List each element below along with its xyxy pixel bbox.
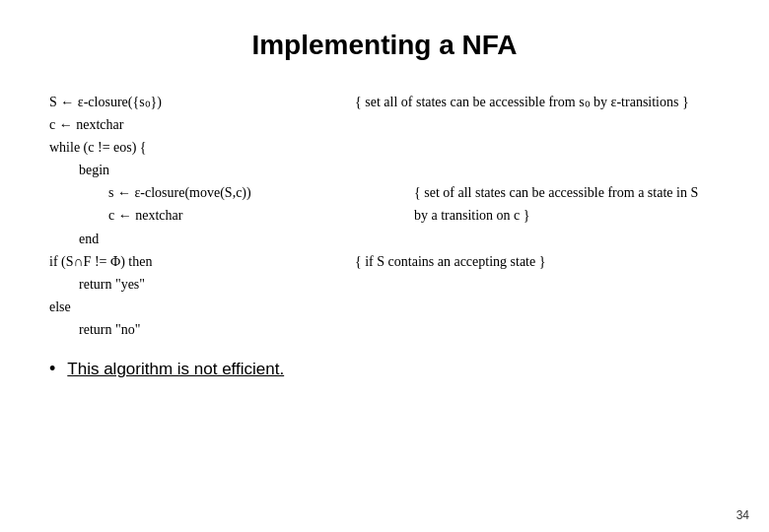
code-block: S ← ε-closure({s₀}) { set all of states …	[49, 91, 720, 341]
code-line-8-left: if (S∩F != Φ) then	[49, 250, 355, 273]
code-line-10: else	[49, 296, 720, 318]
code-line-9-left: return "yes"	[79, 273, 384, 296]
code-line-6-right: by a transition on c }	[414, 204, 530, 227]
code-line-9: return "yes"	[49, 273, 720, 296]
code-line-1-right: { set all of states can be accessible fr…	[355, 91, 689, 113]
code-line-11: return "no"	[49, 318, 720, 341]
code-line-1-left: S ← ε-closure({s₀})	[49, 91, 355, 113]
code-line-3-left: while (c != eos) {	[49, 136, 355, 159]
code-line-5-right: { set of all states can be accessible fr…	[414, 181, 698, 204]
code-line-8: if (S∩F != Φ) then { if S contains an ac…	[49, 250, 720, 273]
bullet-section: • This algorithm is not efficient.	[49, 359, 720, 379]
page-number: 34	[736, 508, 749, 522]
code-line-7-left: end	[79, 228, 384, 250]
code-line-4: begin	[49, 159, 720, 181]
code-line-7: end	[49, 228, 720, 250]
code-line-11-left: return "no"	[79, 318, 384, 341]
bullet-icon: •	[49, 359, 55, 379]
code-line-8-right: { if S contains an accepting state }	[355, 250, 545, 273]
slide-title: Implementing a NFA	[49, 30, 720, 61]
slide: Implementing a NFA S ← ε-closure({s₀}) {…	[0, 0, 769, 532]
code-line-6: c ← nextchar by a transition on c }	[49, 204, 720, 227]
bullet-text: This algorithm is not efficient.	[67, 360, 284, 379]
code-line-1: S ← ε-closure({s₀}) { set all of states …	[49, 91, 720, 113]
code-line-5: s ← ε-closure(move(S,c)) { set of all st…	[49, 181, 720, 204]
code-line-5-left: s ← ε-closure(move(S,c))	[108, 181, 414, 204]
code-line-2: c ← nextchar	[49, 113, 720, 136]
code-line-10-left: else	[49, 296, 355, 318]
code-line-2-left: c ← nextchar	[49, 113, 355, 136]
code-line-3: while (c != eos) {	[49, 136, 720, 159]
code-line-4-left: begin	[79, 159, 384, 181]
code-line-6-left: c ← nextchar	[108, 204, 414, 227]
